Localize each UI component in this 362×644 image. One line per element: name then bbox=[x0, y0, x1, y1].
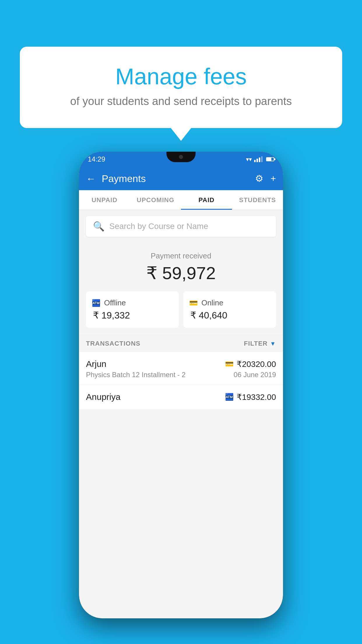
transaction-type-icon: 💳 bbox=[225, 360, 234, 368]
transaction-amount-row: 🏧 ₹19332.00 bbox=[225, 392, 276, 402]
online-card-header: 💳 Online bbox=[189, 298, 270, 307]
payment-cards: 🏧 Offline ₹ 19,332 💳 Online ₹ 40,640 bbox=[86, 291, 276, 328]
offline-card: 🏧 Offline ₹ 19,332 bbox=[86, 291, 179, 328]
bar2 bbox=[256, 159, 258, 162]
bar4 bbox=[261, 156, 263, 162]
transaction-row[interactable]: Anupriya 🏧 ₹19332.00 bbox=[79, 385, 283, 410]
status-bar: 14:29 ▾▾ bbox=[79, 152, 283, 167]
payment-total: ₹ 59,972 bbox=[86, 263, 276, 283]
transactions-list: Arjun 💳 ₹20320.00 Physics Batch 12 Insta… bbox=[79, 352, 283, 410]
transaction-name: Anupriya bbox=[86, 392, 120, 402]
bubble-subtitle: of your students and send receipts to pa… bbox=[34, 95, 328, 108]
search-bar[interactable]: 🔍 Search by Course or Name bbox=[86, 216, 276, 237]
status-time: 14:29 bbox=[88, 155, 105, 163]
phone-device: 14:29 ▾▾ ← bbox=[79, 152, 283, 618]
camera bbox=[179, 155, 183, 159]
transaction-top: Anupriya 🏧 ₹19332.00 bbox=[86, 392, 276, 402]
back-button[interactable]: ← bbox=[86, 173, 96, 184]
search-container: 🔍 Search by Course or Name bbox=[79, 210, 283, 243]
tab-unpaid[interactable]: UNPAID bbox=[79, 190, 130, 210]
phone-screen: 14:29 ▾▾ ← bbox=[79, 152, 283, 618]
tab-students[interactable]: STUDENTS bbox=[232, 190, 283, 210]
transaction-amount-row: 💳 ₹20320.00 bbox=[225, 359, 276, 369]
signal-icon bbox=[254, 156, 263, 162]
online-card: 💳 Online ₹ 40,640 bbox=[183, 291, 276, 328]
bar1 bbox=[254, 160, 256, 162]
transaction-name: Arjun bbox=[86, 359, 106, 369]
offline-amount: ₹ 19,332 bbox=[92, 310, 173, 321]
transactions-label: TRANSACTIONS bbox=[86, 340, 140, 347]
tabs-bar: UNPAID UPCOMING PAID STUDENTS bbox=[79, 190, 283, 210]
payment-received-label: Payment received bbox=[86, 251, 276, 260]
filter-icon: ▼ bbox=[270, 340, 276, 347]
transaction-row[interactable]: Arjun 💳 ₹20320.00 Physics Batch 12 Insta… bbox=[79, 352, 283, 385]
wifi-icon: ▾▾ bbox=[246, 156, 252, 163]
offline-label: Offline bbox=[104, 298, 126, 307]
filter-label: FILTER bbox=[244, 340, 268, 347]
online-icon: 💳 bbox=[189, 299, 198, 307]
bar3 bbox=[259, 158, 260, 162]
search-placeholder: Search by Course or Name bbox=[109, 222, 208, 231]
transactions-header: TRANSACTIONS FILTER ▼ bbox=[79, 335, 283, 352]
battery-fill bbox=[267, 158, 271, 161]
tab-paid[interactable]: PAID bbox=[181, 190, 232, 210]
settings-icon[interactable]: ⚙ bbox=[255, 173, 263, 184]
transaction-type-icon: 🏧 bbox=[225, 393, 234, 401]
speech-bubble: Manage fees of your students and send re… bbox=[20, 47, 342, 128]
status-icons: ▾▾ bbox=[246, 156, 274, 163]
offline-card-header: 🏧 Offline bbox=[92, 298, 173, 307]
notch bbox=[166, 152, 196, 162]
transaction-amount: ₹20320.00 bbox=[237, 359, 276, 369]
transaction-course: Physics Batch 12 Installment - 2 bbox=[86, 371, 185, 379]
add-icon[interactable]: + bbox=[270, 173, 276, 184]
bubble-title: Manage fees bbox=[34, 64, 328, 89]
transaction-amount: ₹19332.00 bbox=[237, 392, 276, 402]
app-header: ← Payments ⚙ + bbox=[79, 167, 283, 190]
search-icon: 🔍 bbox=[93, 221, 105, 232]
battery-icon bbox=[266, 157, 274, 161]
online-amount: ₹ 40,640 bbox=[189, 310, 270, 321]
transaction-bottom: Physics Batch 12 Installment - 2 06 June… bbox=[86, 371, 276, 379]
header-title: Payments bbox=[102, 173, 248, 184]
transaction-date: 06 June 2019 bbox=[234, 371, 276, 379]
payment-summary: Payment received ₹ 59,972 🏧 Offline ₹ 19… bbox=[79, 243, 283, 335]
filter-button[interactable]: FILTER ▼ bbox=[244, 340, 276, 347]
tab-upcoming[interactable]: UPCOMING bbox=[130, 190, 181, 210]
online-label: Online bbox=[201, 298, 223, 307]
transaction-top: Arjun 💳 ₹20320.00 bbox=[86, 359, 276, 369]
offline-icon: 🏧 bbox=[92, 299, 101, 307]
